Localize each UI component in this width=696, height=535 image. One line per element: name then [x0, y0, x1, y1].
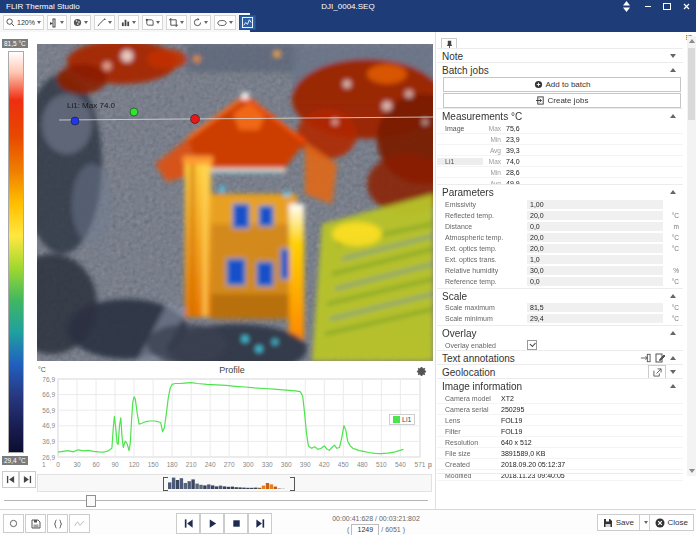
section-parameters[interactable]: Parameters: [437, 184, 683, 199]
temperature-scale-bar[interactable]: [8, 51, 24, 453]
right-panel: Note Batch jobs Add to batch Create jobs…: [437, 35, 686, 508]
draw-tool-button[interactable]: [94, 15, 115, 30]
skip-to-start-icon: [183, 518, 194, 529]
range-bracket-left[interactable]: [163, 477, 168, 491]
close-button[interactable]: Close: [649, 514, 694, 531]
parameter-value-field[interactable]: 81,5: [527, 303, 663, 312]
section-text-annotations[interactable]: Text annotations: [437, 350, 683, 365]
scroll-down-button[interactable]: [687, 466, 696, 476]
section-scale[interactable]: Scale: [437, 288, 683, 303]
loop-button[interactable]: [3, 514, 24, 533]
histogram-range-strip[interactable]: [37, 474, 432, 492]
signature-button[interactable]: [69, 514, 90, 533]
scrollbar-thumb[interactable]: [688, 48, 695, 120]
histogram-tool-button[interactable]: [118, 15, 139, 30]
parameter-value-field[interactable]: 20,0: [527, 233, 663, 242]
open-geolocation-button[interactable]: [648, 365, 666, 379]
chevron-up-icon[interactable]: [670, 190, 676, 194]
scale-max-label: 81,5 °C: [2, 39, 28, 48]
metadata-button[interactable]: [47, 514, 68, 533]
timeline-handle[interactable]: [86, 495, 96, 507]
save-frame-button[interactable]: [25, 514, 46, 533]
parameter-value-field[interactable]: 1,00: [527, 200, 663, 209]
play-button[interactable]: [200, 513, 224, 534]
parameter-label: Reflected temp.: [445, 212, 527, 219]
maximize-button[interactable]: [659, 1, 675, 12]
temperature-range-tool-button[interactable]: [47, 15, 67, 30]
y-tick-label: 56,9: [42, 407, 55, 414]
chevron-up-icon[interactable]: [670, 331, 676, 335]
thermal-image[interactable]: Li1: Max 74.0: [37, 44, 433, 361]
save-icon: [603, 518, 613, 528]
chevron-up-icon[interactable]: [670, 294, 676, 298]
crop-tool-button[interactable]: [166, 15, 187, 30]
section-overlay[interactable]: Overlay: [437, 325, 683, 340]
chart-settings-button[interactable]: [414, 364, 428, 378]
parameter-label: Scale maximum: [445, 304, 527, 311]
x-tick-label: 420: [319, 461, 330, 468]
parameter-unit: °C: [663, 315, 683, 322]
app-window: FLIR Thermal Studio DJI_0004.SEQ 120%: [0, 0, 696, 535]
section-note[interactable]: Note: [437, 48, 683, 63]
image-info-label: Resolution: [445, 439, 501, 446]
profile-chart: °C Profile 76,966,956,946,936,926,910306…: [32, 363, 432, 473]
chevron-up-icon[interactable]: [670, 68, 676, 72]
playback-times: 00:00:41:628 / 00:03:21:802 ( 1249 / 605…: [320, 514, 432, 535]
parameter-unit: m: [663, 223, 683, 230]
frame-input[interactable]: 1249: [351, 524, 379, 535]
parameter-value-field[interactable]: 0,0: [527, 222, 663, 231]
parameter-row: Ext. optics temp.20,0°C: [437, 243, 683, 254]
chevron-down-icon[interactable]: [670, 54, 676, 58]
chevron-up-icon[interactable]: [670, 384, 676, 388]
li1-mid-handle[interactable]: [130, 108, 138, 116]
measurement-row: Avg39,3: [437, 145, 683, 156]
time-counter: 00:00:41:628 / 00:03:21:802: [320, 514, 432, 524]
minimize-button[interactable]: [640, 1, 656, 12]
x-tick-label: 300: [243, 461, 254, 468]
save-button[interactable]: Save: [597, 514, 640, 531]
parameter-value-field[interactable]: 20,0: [527, 211, 663, 220]
parameter-value-field[interactable]: 1,0: [527, 255, 663, 264]
parameter-unit: °C: [663, 212, 683, 219]
parameter-value-field[interactable]: 29,4: [527, 314, 663, 323]
scroll-up-button[interactable]: [687, 36, 696, 46]
stop-button[interactable]: [224, 513, 248, 534]
section-batch-jobs[interactable]: Batch jobs: [437, 62, 683, 77]
edit-annotations-button[interactable]: [652, 353, 668, 363]
rotate-tool-button[interactable]: [190, 15, 211, 30]
import-annotations-button[interactable]: [638, 353, 652, 363]
stop-icon: [231, 518, 242, 529]
draw-tool-icon: [97, 18, 106, 27]
parameter-value-field[interactable]: 0,0: [527, 277, 663, 286]
parameter-value-field[interactable]: 20,0: [527, 244, 663, 253]
palette-tool-button[interactable]: [70, 15, 91, 30]
range-bracket-right[interactable]: [290, 477, 295, 491]
blend-tool-button[interactable]: [214, 15, 236, 30]
li1-start-handle[interactable]: [71, 117, 79, 125]
first-frame-button[interactable]: [176, 513, 200, 534]
section-image-information[interactable]: Image information: [437, 378, 683, 393]
panel-scrollbar[interactable]: [687, 36, 696, 476]
section-measurements[interactable]: Measurements °C: [437, 108, 683, 123]
parameter-unit: %: [663, 267, 683, 274]
region-tool-button[interactable]: [142, 15, 163, 30]
close-window-button[interactable]: [678, 1, 694, 12]
timeline-track[interactable]: [4, 500, 428, 501]
chart-title: Profile: [32, 365, 432, 375]
profile-chart-tool-button[interactable]: [239, 15, 256, 30]
chevron-up-icon[interactable]: [670, 114, 676, 118]
step-forward-button[interactable]: [19, 471, 36, 488]
parameter-value-field[interactable]: 30,0: [527, 266, 663, 275]
x-tick-label: 480: [357, 461, 368, 468]
li1-max-marker: [191, 115, 200, 124]
add-to-batch-button[interactable]: Add to batch: [443, 77, 681, 92]
zoom-tool-button[interactable]: 120%: [3, 15, 44, 30]
overlay-enabled-checkbox[interactable]: [527, 340, 537, 350]
chevron-up-icon[interactable]: [670, 356, 676, 360]
last-frame-button[interactable]: [248, 513, 272, 534]
chevron-down-icon[interactable]: [670, 370, 676, 374]
section-geolocation[interactable]: Geolocation: [437, 364, 683, 379]
panel-divider: [435, 32, 436, 509]
step-backward-button[interactable]: [2, 471, 19, 488]
create-jobs-button[interactable]: Create jobs: [443, 93, 681, 108]
